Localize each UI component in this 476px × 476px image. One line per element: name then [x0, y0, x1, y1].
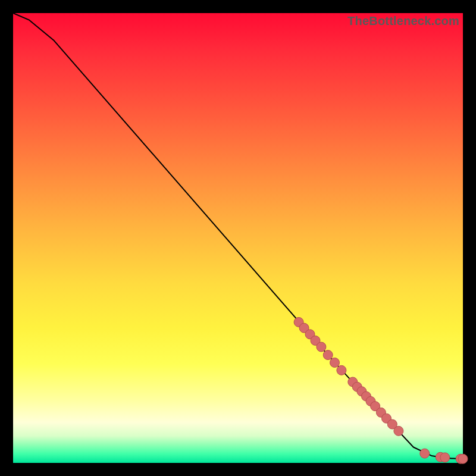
curve-marker — [440, 453, 450, 462]
curve-marker — [317, 342, 326, 352]
curve-marker — [323, 350, 333, 360]
bottleneck-curve-markers — [294, 317, 468, 464]
chart-stage: TheBottleneck.com — [0, 0, 476, 476]
curve-marker — [337, 365, 346, 375]
chart-plot-area: TheBottleneck.com — [13, 13, 463, 463]
bottleneck-curve-line — [13, 13, 463, 459]
curve-marker — [394, 426, 403, 436]
curve-marker — [330, 358, 340, 367]
curve-marker — [458, 454, 468, 464]
chart-svg — [13, 13, 463, 463]
curve-marker — [420, 449, 430, 458]
